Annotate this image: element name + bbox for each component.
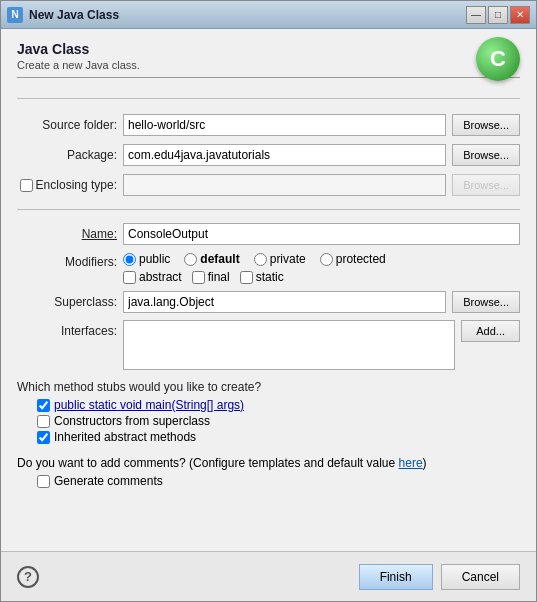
stub-main-label: public static void main(String[] args) <box>54 398 244 412</box>
interfaces-label: Interfaces: <box>17 320 117 338</box>
modifiers-label: Modifiers: <box>17 252 117 269</box>
modifier-final-option[interactable]: final <box>192 270 230 284</box>
generate-comments-label: Generate comments <box>54 474 163 488</box>
modifier-public-option[interactable]: public <box>123 252 170 266</box>
window-icon: N <box>7 7 23 23</box>
source-folder-label: Source folder: <box>17 118 117 132</box>
stubs-question: Which method stubs would you like to cre… <box>17 380 520 394</box>
modifier-protected-radio[interactable] <box>320 253 333 266</box>
stub-constructors-label: Constructors from superclass <box>54 414 210 428</box>
minimize-button[interactable]: — <box>466 6 486 24</box>
bottom-bar: ? Finish Cancel <box>1 551 536 601</box>
source-folder-browse-button[interactable]: Browse... <box>452 114 520 136</box>
dialog-buttons: Finish Cancel <box>359 564 520 590</box>
maximize-button[interactable]: □ <box>488 6 508 24</box>
section-subtitle: Create a new Java class. <box>17 59 520 71</box>
modifier-default-option[interactable]: default <box>184 252 239 266</box>
add-interface-button[interactable]: Add... <box>461 320 520 342</box>
interfaces-listbox[interactable] <box>123 320 455 370</box>
interfaces-row: Interfaces: Add... <box>17 320 520 370</box>
source-folder-input[interactable] <box>123 114 446 136</box>
modifier-default-radio[interactable] <box>184 253 197 266</box>
package-browse-button[interactable]: Browse... <box>452 144 520 166</box>
access-modifier-group: public default private protected <box>123 252 520 266</box>
help-button[interactable]: ? <box>17 566 39 588</box>
dialog-content: Java Class Create a new Java class. C So… <box>1 29 536 551</box>
stub-main-row: public static void main(String[] args) <box>37 398 520 412</box>
stub-inherited-row: Inherited abstract methods <box>37 430 520 444</box>
package-row: Package: Browse... <box>17 143 520 167</box>
cancel-button[interactable]: Cancel <box>441 564 520 590</box>
section-title: Java Class <box>17 41 520 57</box>
modifier-private-radio[interactable] <box>254 253 267 266</box>
enclosing-type-browse-button[interactable]: Browse... <box>452 174 520 196</box>
name-label: Name: <box>17 227 117 241</box>
superclass-label: Superclass: <box>17 295 117 309</box>
comments-end: ) <box>423 456 427 470</box>
other-modifier-group: abstract final static <box>123 270 520 284</box>
name-row: Name: <box>17 222 520 246</box>
modifier-protected-option[interactable]: protected <box>320 252 386 266</box>
enclosing-type-row: Enclosing type: Browse... <box>17 173 520 197</box>
stub-constructors-checkbox[interactable] <box>37 415 50 428</box>
window-controls: — □ ✕ <box>466 6 530 24</box>
main-window: N New Java Class — □ ✕ Java Class Create… <box>0 0 537 602</box>
package-label: Package: <box>17 148 117 162</box>
modifier-abstract-checkbox[interactable] <box>123 271 136 284</box>
modifier-abstract-option[interactable]: abstract <box>123 270 182 284</box>
enclosing-type-label: Enclosing type: <box>17 178 117 192</box>
finish-button[interactable]: Finish <box>359 564 433 590</box>
section-header: Java Class Create a new Java class. <box>17 41 520 78</box>
stub-main-checkbox[interactable] <box>37 399 50 412</box>
superclass-input[interactable] <box>123 291 446 313</box>
form-separator1 <box>17 209 520 210</box>
stub-constructors-row: Constructors from superclass <box>37 414 520 428</box>
superclass-row: Superclass: Browse... <box>17 290 520 314</box>
stub-inherited-checkbox[interactable] <box>37 431 50 444</box>
enclosing-type-checkbox[interactable] <box>20 179 33 192</box>
modifiers-row: Modifiers: public default pr <box>17 252 520 284</box>
comments-section: Do you want to add comments? (Configure … <box>17 456 520 488</box>
comments-link[interactable]: here <box>399 456 423 470</box>
close-button[interactable]: ✕ <box>510 6 530 24</box>
header-separator <box>17 98 520 99</box>
package-input[interactable] <box>123 144 446 166</box>
dialog-header: Java Class Create a new Java class. C <box>17 41 520 86</box>
source-folder-row: Source folder: Browse... <box>17 113 520 137</box>
title-bar: N New Java Class — □ ✕ <box>1 1 536 29</box>
name-input[interactable] <box>123 223 520 245</box>
generate-comments-checkbox[interactable] <box>37 475 50 488</box>
eclipse-logo: C <box>476 37 520 81</box>
enclosing-type-input[interactable] <box>123 174 446 196</box>
comments-question: Do you want to add comments? (Configure … <box>17 456 399 470</box>
modifiers-section: public default private protected <box>123 252 520 284</box>
modifier-private-option[interactable]: private <box>254 252 306 266</box>
modifier-static-option[interactable]: static <box>240 270 284 284</box>
modifier-final-checkbox[interactable] <box>192 271 205 284</box>
generate-comments-row: Generate comments <box>37 474 520 488</box>
modifier-public-radio[interactable] <box>123 253 136 266</box>
superclass-browse-button[interactable]: Browse... <box>452 291 520 313</box>
modifier-static-checkbox[interactable] <box>240 271 253 284</box>
form-area: Source folder: Browse... Package: Browse… <box>17 113 520 539</box>
stubs-section: Which method stubs would you like to cre… <box>17 380 520 446</box>
window-title: New Java Class <box>29 8 460 22</box>
stub-inherited-label: Inherited abstract methods <box>54 430 196 444</box>
